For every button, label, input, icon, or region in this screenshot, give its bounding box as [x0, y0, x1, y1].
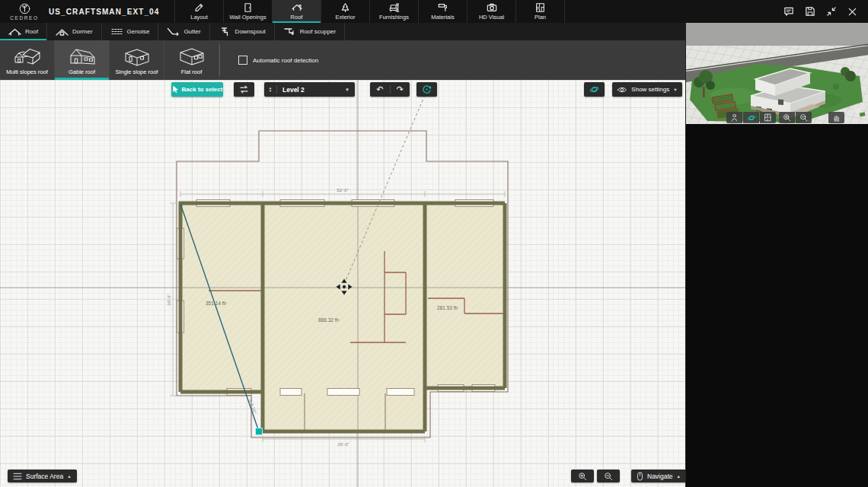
nav-tab-materials[interactable]: Materials — [418, 0, 467, 23]
person-icon — [730, 113, 739, 122]
chevron-up-icon: ▲ — [67, 474, 71, 479]
show-settings-button[interactable]: Show settings ▼ — [612, 82, 682, 97]
roof-type-single-slope[interactable]: Single slope roof — [110, 40, 164, 80]
mouse-icon — [637, 472, 643, 481]
automatic-roof-detection-checkbox[interactable] — [238, 56, 247, 65]
level-down-arrow[interactable]: ▼ — [269, 90, 272, 93]
back-to-select-button[interactable]: Back to select — [171, 82, 223, 97]
dim-top: 52'-0" — [337, 188, 348, 193]
chevron-up-icon: ▲ — [677, 474, 681, 479]
room-fills — [180, 203, 505, 431]
preview-toolbar-pan — [828, 112, 844, 123]
nav-tab-roof[interactable]: Roof — [272, 0, 321, 23]
roof-type-panel: Multi slopes roof Gable roof Single slop… — [0, 40, 685, 80]
list-icon — [13, 473, 22, 480]
brand-name: CEDREO — [10, 15, 38, 21]
zoom-out-icon — [799, 113, 808, 122]
right-panel — [685, 0, 868, 487]
dim-bottom: 26'-0" — [337, 442, 349, 447]
main-nav: Layout Wall Openings Roof Exterior — [174, 0, 565, 23]
surface-area-button[interactable]: Surface Area ▲ — [8, 469, 77, 482]
dim-left: 30'-6" — [167, 294, 171, 305]
chevron-down-icon: ▼ — [673, 88, 677, 92]
level-stepper: ▲ ▼ — [264, 87, 276, 93]
automatic-roof-detection-toggle[interactable]: Automatic roof detection — [238, 40, 318, 80]
roof-type-flat[interactable]: Flat roof — [164, 40, 219, 80]
compass-rotate-icon — [422, 84, 432, 94]
collapse-button[interactable] — [825, 6, 837, 18]
navigate-button[interactable]: Navigate ▲ — [631, 469, 685, 482]
close-button[interactable] — [847, 6, 858, 18]
room-area-left: 351.14 ft² — [206, 301, 227, 306]
sync-3d-view-button[interactable] — [584, 82, 605, 97]
zoom-out-icon — [604, 472, 613, 481]
preview-zoom-in-button[interactable] — [779, 112, 795, 123]
gutter-icon — [167, 27, 180, 37]
roof-icon — [291, 2, 303, 13]
orbit-view-icon — [747, 113, 756, 123]
floor-plan-drawing: 52'-0" 30'-6" 26'-0" 5'-3 1/2" 351.14 ft… — [0, 80, 685, 487]
gable-outline-icon — [8, 27, 21, 37]
save-icon — [805, 6, 815, 17]
tool-tab-gutter[interactable]: Gutter — [158, 23, 209, 40]
room-area-middle: 886.32 ft² — [318, 317, 340, 323]
project-title: US_CRAFTSMAN_EXT_04 — [49, 0, 174, 23]
nav-tab-layout[interactable]: Layout — [174, 0, 223, 23]
tool-tab-downspout[interactable]: Downspout — [210, 23, 275, 40]
eye-icon — [617, 86, 627, 94]
flat-house-icon — [177, 46, 206, 67]
nav-tab-hd-visual[interactable]: HD Visual — [467, 0, 515, 23]
walkthrough-button[interactable] — [726, 112, 742, 123]
zoom-in-icon — [578, 472, 587, 481]
comment-button[interactable] — [783, 6, 794, 18]
nav-tab-plan[interactable]: Plan — [515, 0, 565, 23]
plan-view-button[interactable] — [760, 112, 776, 123]
toolbar-divider — [219, 45, 220, 75]
genoise-icon — [110, 27, 123, 37]
cursor-arrow-icon — [172, 85, 179, 94]
preview-3d[interactable] — [686, 23, 868, 124]
preview-zoom-out-button[interactable] — [796, 112, 812, 123]
roof-type-multi-slopes[interactable]: Multi slopes roof — [0, 40, 55, 80]
collapse-icon — [826, 6, 837, 17]
plan-sheet-icon — [764, 113, 772, 122]
room-area-right: 281.53 ft² — [437, 305, 458, 310]
zoom-out-button[interactable] — [597, 469, 620, 482]
zoom-in-button[interactable] — [571, 469, 594, 482]
nav-tab-exterior[interactable]: Exterior — [321, 0, 369, 23]
tool-tab-roof-scupper[interactable]: Roof scupper — [275, 23, 346, 40]
pencil-icon — [193, 2, 205, 13]
preview-toolbar-view — [726, 112, 776, 123]
gable-house-icon — [68, 46, 97, 67]
paint-roller-icon — [437, 2, 448, 13]
dormer-icon — [56, 27, 69, 37]
tool-tab-roof[interactable]: Roof — [0, 23, 47, 40]
orbit-3d-icon — [589, 84, 599, 94]
roof-type-gable[interactable]: Gable roof — [55, 40, 110, 80]
nav-tab-wall-openings[interactable]: Wall Openings — [223, 0, 272, 23]
nav-tab-furnishings[interactable]: Furnishings — [369, 0, 418, 23]
level-value: Level 2 — [282, 86, 305, 94]
redo-button[interactable]: ↷ — [391, 82, 410, 97]
tree-icon — [340, 2, 351, 13]
camera-icon — [486, 2, 498, 13]
rotate-north-button[interactable] — [416, 82, 437, 97]
undo-redo-group: ↶ ↷ — [370, 82, 410, 97]
floor-plan-canvas[interactable]: 52'-0" 30'-6" 26'-0" 5'-3 1/2" 351.14 ft… — [0, 80, 685, 487]
save-button[interactable] — [804, 6, 815, 18]
downspout-icon — [219, 27, 231, 37]
tool-tab-genoise[interactable]: Genoise — [102, 23, 159, 40]
swap-levels-button[interactable] — [234, 82, 254, 97]
undo-button[interactable]: ↶ — [370, 82, 390, 97]
roof-scupper-icon — [283, 27, 296, 37]
window-controls — [783, 0, 868, 23]
pan-hand-button[interactable] — [828, 112, 844, 123]
orbit-view-button[interactable] — [743, 112, 759, 123]
tool-tab-dormer[interactable]: Dormer — [47, 23, 102, 40]
roof-tool-tabs: Roof Dormer Genoise Gutter Downspout Roo… — [0, 23, 685, 40]
comment-icon — [783, 6, 794, 17]
hand-icon — [832, 113, 841, 122]
level-selector[interactable]: ▲ ▼ Level 2 ▼ — [264, 82, 355, 97]
preview-3d-scene — [686, 23, 868, 124]
roof-edge-drag-handle[interactable] — [256, 428, 263, 435]
